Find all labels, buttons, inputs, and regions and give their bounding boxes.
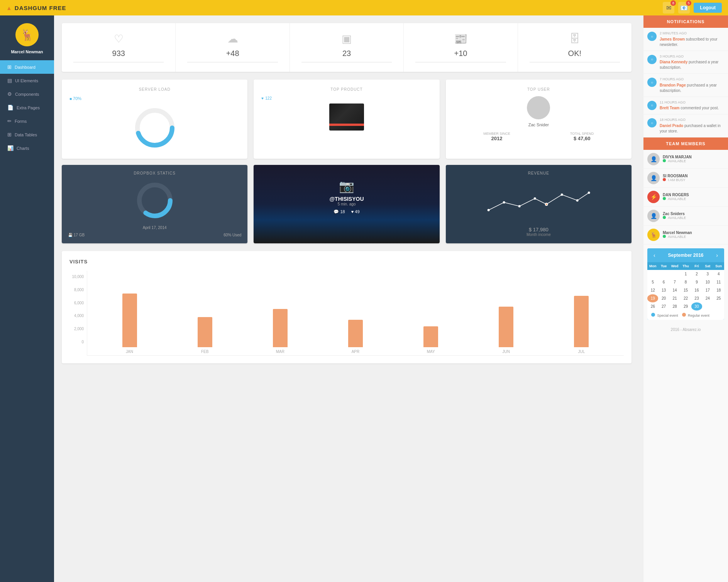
sidebar-item-dashboard[interactable]: ⊞ Dashboard <box>0 60 54 74</box>
calendar-day[interactable]: 24 <box>702 294 713 302</box>
calendar-day[interactable]: 23 <box>691 294 702 302</box>
sidebar-item-label: Extra Pages <box>17 105 40 110</box>
calendar-days-header: Mon Tue Wed Thu Fri Sat Sun <box>647 262 724 270</box>
svg-point-3 <box>532 110 545 115</box>
member-name: Zac Sniders <box>663 212 686 216</box>
notif-text: 3 HOURS AGO Diana Kennedy purchased a ye… <box>660 54 724 71</box>
calendar-day[interactable]: 21 <box>669 294 680 302</box>
cloud-icon: ☁ <box>179 32 285 45</box>
wallet-stripe <box>329 124 364 126</box>
calendar-day[interactable]: 15 <box>680 286 691 294</box>
calendar-day[interactable]: 25 <box>713 294 724 302</box>
forms-icon: ✏ <box>7 118 12 124</box>
calendar-day[interactable]: 17 <box>702 286 713 294</box>
calendar-next-button[interactable]: › <box>714 251 720 259</box>
dropbox-date: April 17, 2014 <box>68 226 241 230</box>
calendar-day[interactable]: 5 <box>647 278 658 286</box>
cal-day-mon: Mon <box>647 262 658 270</box>
calendar-day[interactable]: 13 <box>658 286 669 294</box>
calendar-day[interactable]: 9 <box>691 278 702 286</box>
member-name: Marcel Newman <box>663 231 692 235</box>
instagram-comments: 💬 18 <box>334 209 345 214</box>
cal-day-tue: Tue <box>658 262 669 270</box>
sidebar-item-forms[interactable]: ✏ Forms <box>0 114 54 128</box>
bar-group: APR <box>321 320 390 355</box>
sidebar: 🦌 Marcel Newman ⊞ Dashboard ▤ UI Element… <box>0 15 54 371</box>
brand-logo: ▲ DASHGUM FREE <box>6 5 66 11</box>
status-dot <box>663 235 666 238</box>
cal-day-wed: Wed <box>669 262 680 270</box>
member-name: SI ROOSMAN <box>663 174 687 178</box>
instagram-content: 📷 @THISISYOU 5 min. ago 💬 18 ♥ 49 <box>260 171 433 222</box>
bar-label: JUN <box>503 350 510 355</box>
content-area: ♡ 933 ☁ +48 ▣ 23 📰 +10 <box>62 23 631 363</box>
member-since-value: 2012 <box>483 136 510 141</box>
calendar-day[interactable]: 11 <box>713 278 724 286</box>
bar-label: MAY <box>427 350 435 355</box>
calendar-day[interactable]: 22 <box>680 294 691 302</box>
sidebar-item-label: Data Tables <box>15 132 37 137</box>
calendar-day[interactable]: 8 <box>680 278 691 286</box>
team-members-list: 👤 DIVYA MARJAN AVAILABLE 👤 SI ROOSMAN I … <box>643 150 728 244</box>
member-status: AVAILABLE <box>663 159 692 163</box>
stat-inbox: ▣ 23 <box>290 23 404 72</box>
member-info: Zac Sniders AVAILABLE <box>663 212 686 220</box>
y-label-5: 0 <box>69 340 84 344</box>
bar-group: JUN <box>472 307 541 355</box>
notification-item: ○ 3 HOURS AGO Diana Kennedy purchased a … <box>643 51 728 74</box>
sidebar-item-extra-pages[interactable]: 📄 Extra Pages <box>0 101 54 114</box>
calendar-day[interactable]: 12 <box>647 286 658 294</box>
bar-label: APR <box>352 350 360 355</box>
instagram-likes: ♥ 49 <box>351 209 360 214</box>
notifications-list: ○ 2 MINUTES AGO James Brown subscribed t… <box>643 28 728 137</box>
notif-person: Daniel Prado <box>660 124 683 128</box>
bars-container: JAN FEB MAR APR MAY JUN JUL <box>87 271 624 356</box>
sidebar-item-data-tables[interactable]: ⊞ Data Tables <box>0 128 54 141</box>
revenue-amount: $ 17,980 <box>452 227 625 232</box>
dark-cards-row: DROPBOX STATICS April 17, 2014 💾 17 GB 6… <box>62 165 631 243</box>
notifications-button[interactable]: 📧 5 <box>678 2 690 14</box>
calendar-day[interactable]: 3 <box>702 270 713 278</box>
calendar-day[interactable]: 10 <box>702 278 713 286</box>
notif-time: 2 MINUTES AGO <box>660 31 724 36</box>
logout-button[interactable]: Logout <box>694 3 722 13</box>
avatar: 🦌 <box>15 23 39 46</box>
calendar-day[interactable]: 27 <box>658 302 669 311</box>
y-label-3: 4,000 <box>69 314 84 318</box>
calendar-day[interactable]: 19 <box>647 294 658 302</box>
calendar: ‹ September 2016 › Mon Tue Wed Thu Fri S… <box>647 248 724 320</box>
messages-button[interactable]: ✉ 8 <box>663 2 674 14</box>
calendar-day[interactable]: 1 <box>680 270 691 278</box>
notif-text: 18 HOURS AGO Daniel Prado purchased a wa… <box>660 117 724 134</box>
top-product-title: TOP PRODUCT <box>261 87 432 92</box>
sidebar-item-components[interactable]: ⚙ Components <box>0 87 54 101</box>
charts-icon: 📊 <box>7 145 14 151</box>
calendar-day[interactable]: 6 <box>658 278 669 286</box>
calendar-day[interactable]: 29 <box>680 302 691 311</box>
calendar-day[interactable]: 18 <box>713 286 724 294</box>
cal-day-sun: Sun <box>713 262 724 270</box>
calendar-day[interactable]: 2 <box>691 270 702 278</box>
sidebar-item-label: Forms <box>15 119 27 124</box>
notifications-title: NOTIFICATIONS <box>643 15 728 28</box>
inbox-icon: ▣ <box>294 32 400 45</box>
calendar-prev-button[interactable]: ‹ <box>651 251 658 259</box>
calendar-day[interactable]: 4 <box>713 270 724 278</box>
cards-row-1: SERVER LOAD ■ 70% TOP PRODUCT <box>62 80 631 159</box>
bar <box>273 309 288 347</box>
total-spend-value: $ 47,60 <box>570 136 594 141</box>
sidebar-item-ui-elements[interactable]: ▤ UI Elements <box>0 74 54 87</box>
calendar-day[interactable]: 14 <box>669 286 680 294</box>
stat-likes: ♡ 933 <box>62 23 176 72</box>
calendar-day[interactable]: 30 <box>691 302 702 311</box>
sidebar-item-label: Charts <box>17 146 29 151</box>
notif-dot: ○ <box>647 55 657 64</box>
bar-label: FEB <box>201 350 208 355</box>
sidebar-item-charts[interactable]: 📊 Charts <box>0 141 54 155</box>
calendar-day[interactable]: 28 <box>669 302 680 311</box>
calendar-day[interactable]: 7 <box>669 278 680 286</box>
calendar-day[interactable]: 20 <box>658 294 669 302</box>
regular-event-legend: Regular event <box>682 313 710 317</box>
calendar-day[interactable]: 26 <box>647 302 658 311</box>
calendar-day[interactable]: 16 <box>691 286 702 294</box>
